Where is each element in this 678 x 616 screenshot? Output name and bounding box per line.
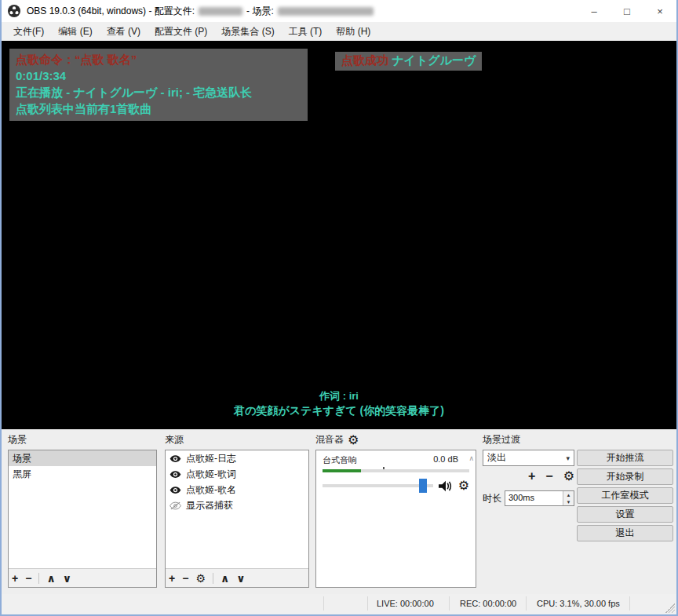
overlay-queue-info: 点歌列表中当前有1首歌曲 bbox=[16, 100, 301, 117]
menu-profile[interactable]: 配置文件 (P) bbox=[148, 22, 214, 42]
channel-gear-icon[interactable]: ⚙ bbox=[458, 479, 469, 492]
visibility-eye-off-icon[interactable] bbox=[170, 501, 181, 510]
transition-select[interactable]: 淡出 ▾ bbox=[483, 450, 574, 466]
status-divider bbox=[526, 596, 527, 611]
status-live-time: LIVE: 00:00:00 bbox=[377, 599, 434, 608]
source-up-button[interactable]: ∧ bbox=[221, 573, 229, 584]
transition-selected-value: 淡出 bbox=[487, 451, 506, 465]
scenes-toolbar: + − ∧ ∨ bbox=[9, 568, 156, 587]
action-buttons: 开始推流 开始录制 工作室模式 设置 退出 bbox=[577, 450, 673, 541]
source-label: 显示器捕获 bbox=[186, 498, 233, 513]
redacted-profile-name bbox=[199, 7, 242, 16]
remove-source-button[interactable]: − bbox=[182, 573, 188, 584]
source-label: 点歌姬-歌名 bbox=[186, 482, 236, 498]
mixer-gear-icon[interactable]: ⚙ bbox=[348, 434, 359, 447]
sources-toolbar: + − ⚙ ∧ ∨ bbox=[166, 568, 308, 587]
sources-list-box: 点歌姬-日志 点歌姬-歌词 点歌姬-歌名 显示器捕获 + − ⚙ bbox=[165, 450, 309, 588]
spinner-buttons: ▲ ▼ bbox=[563, 491, 574, 505]
remove-scene-button[interactable]: − bbox=[25, 573, 31, 584]
menu-tools[interactable]: 工具 (T) bbox=[282, 22, 330, 42]
bottom-dock: 场景 场景 黑屏 + − ∧ ∨ 来源 bbox=[2, 429, 676, 594]
mixer-panel-title: 混音器 ⚙ bbox=[315, 433, 359, 447]
menu-scene-collection[interactable]: 场景集合 (S) bbox=[214, 22, 281, 42]
spin-down-icon[interactable]: ▼ bbox=[563, 498, 574, 505]
window-controls: – □ × bbox=[578, 0, 676, 22]
song-success-overlay: 点歌成功 ナイトグルーヴ bbox=[335, 52, 482, 71]
transition-gear-icon[interactable]: ⚙ bbox=[563, 470, 574, 483]
mixer-scroll-up-icon[interactable]: ∧ bbox=[468, 454, 474, 462]
scene-label: 场景 bbox=[13, 450, 31, 466]
add-scene-button[interactable]: + bbox=[12, 573, 18, 584]
duration-label: 时长 bbox=[483, 492, 501, 505]
status-divider bbox=[367, 596, 368, 611]
status-bar: LIVE: 00:00:00 REC: 00:00:00 CPU: 3.1%, … bbox=[2, 594, 676, 614]
mixer-title-label: 混音器 bbox=[315, 433, 344, 447]
spin-up-icon[interactable]: ▲ bbox=[563, 491, 574, 498]
source-row[interactable]: 点歌姬-歌词 bbox=[166, 466, 308, 482]
obs-main-window: OBS 19.0.3 (64bit, windows) - 配置文件: - 场景… bbox=[0, 0, 678, 616]
maximize-button[interactable]: □ bbox=[611, 0, 643, 22]
source-label: 点歌姬-日志 bbox=[186, 450, 236, 466]
sources-panel-title: 来源 bbox=[165, 433, 184, 447]
sources-list: 点歌姬-日志 点歌姬-歌词 点歌姬-歌名 显示器捕获 bbox=[166, 450, 308, 568]
scene-up-button[interactable]: ∧ bbox=[46, 573, 55, 584]
volume-meter-tick bbox=[383, 467, 385, 469]
toolbar-divider bbox=[38, 573, 39, 584]
title-bar: OBS 19.0.3 (64bit, windows) - 配置文件: - 场景… bbox=[2, 0, 676, 22]
lyrics-overlay: 作词 : iri 君の笑顔がステキすぎて (你的笑容最棒了) bbox=[2, 389, 676, 418]
studio-mode-button[interactable]: 工作室模式 bbox=[577, 487, 673, 504]
window-title-prefix: OBS 19.0.3 (64bit, windows) - 配置文件: bbox=[27, 5, 195, 18]
close-button[interactable]: × bbox=[643, 0, 676, 22]
overlay-time: 0:01/3:34 bbox=[16, 67, 301, 84]
obs-logo-icon bbox=[8, 5, 20, 17]
exit-button[interactable]: 退出 bbox=[577, 525, 673, 541]
menu-edit[interactable]: 编辑 (E) bbox=[51, 22, 99, 42]
source-row[interactable]: 点歌姬-歌名 bbox=[166, 482, 308, 498]
remove-transition-button[interactable]: − bbox=[545, 470, 552, 483]
menu-view[interactable]: 查看 (V) bbox=[100, 22, 148, 42]
status-cpu-fps: CPU: 3.1%, 30.00 fps bbox=[537, 599, 620, 608]
minimize-button[interactable]: – bbox=[578, 0, 611, 22]
menu-file[interactable]: 文件(F) bbox=[6, 22, 51, 42]
visibility-eye-icon[interactable] bbox=[170, 470, 181, 479]
scene-row[interactable]: 黑屏 bbox=[9, 466, 156, 482]
status-divider bbox=[449, 596, 450, 611]
add-source-button[interactable]: + bbox=[169, 573, 175, 584]
transitions-panel: 淡出 ▾ + − ⚙ 时长 300ms ▲ ▼ bbox=[483, 429, 574, 594]
mixer-channel-db: 0.0 dB bbox=[433, 454, 458, 466]
duration-value: 300ms bbox=[505, 491, 563, 505]
scenes-list: 场景 黑屏 bbox=[9, 450, 156, 568]
volume-slider[interactable] bbox=[323, 484, 433, 487]
start-recording-button[interactable]: 开始录制 bbox=[577, 468, 673, 485]
toolbar-divider bbox=[213, 573, 213, 584]
menu-help[interactable]: 帮助 (H) bbox=[329, 22, 377, 42]
window-title: OBS 19.0.3 (64bit, windows) - 配置文件: - 场景… bbox=[27, 5, 374, 18]
source-properties-gear-icon[interactable]: ⚙ bbox=[195, 573, 206, 584]
add-transition-button[interactable]: + bbox=[528, 470, 535, 483]
visibility-eye-icon[interactable] bbox=[170, 454, 181, 463]
video-preview[interactable]: 点歌命令：“点歌 歌名” 0:01/3:34 正在播放 - ナイトグルーヴ - … bbox=[2, 41, 676, 429]
mixer-box: 台式音响 0.0 dB ∧ ⚙ bbox=[315, 450, 476, 588]
source-down-button[interactable]: ∨ bbox=[236, 573, 245, 584]
speaker-icon[interactable] bbox=[439, 480, 453, 492]
overlay-success-status: 点歌成功 bbox=[341, 53, 388, 67]
volume-slider-handle[interactable] bbox=[419, 479, 427, 493]
scene-label: 黑屏 bbox=[13, 466, 31, 482]
window-title-middle: - 场景: bbox=[246, 5, 274, 18]
scene-row[interactable]: 场景 bbox=[9, 450, 156, 466]
mixer-channel-name: 台式音响 bbox=[323, 454, 357, 466]
source-row[interactable]: 显示器捕获 bbox=[166, 498, 308, 513]
scenes-panel-title: 场景 bbox=[8, 433, 27, 447]
status-rec-time: REC: 00:00:00 bbox=[460, 599, 516, 608]
scene-down-button[interactable]: ∨ bbox=[63, 573, 71, 584]
menu-bar: 文件(F) 编辑 (E) 查看 (V) 配置文件 (P) 场景集合 (S) 工具… bbox=[2, 22, 676, 41]
resize-grip[interactable] bbox=[665, 603, 675, 613]
visibility-eye-icon[interactable] bbox=[170, 486, 181, 494]
start-streaming-button[interactable]: 开始推流 bbox=[577, 450, 673, 466]
duration-spinner[interactable]: 300ms ▲ ▼ bbox=[505, 490, 574, 506]
mixer-channel: 台式音响 0.0 dB ∧ ⚙ bbox=[316, 450, 476, 587]
source-row[interactable]: 点歌姬-日志 bbox=[166, 450, 308, 466]
settings-button[interactable]: 设置 bbox=[577, 506, 673, 523]
status-divider bbox=[323, 596, 324, 611]
volume-meter-fill bbox=[323, 469, 361, 472]
